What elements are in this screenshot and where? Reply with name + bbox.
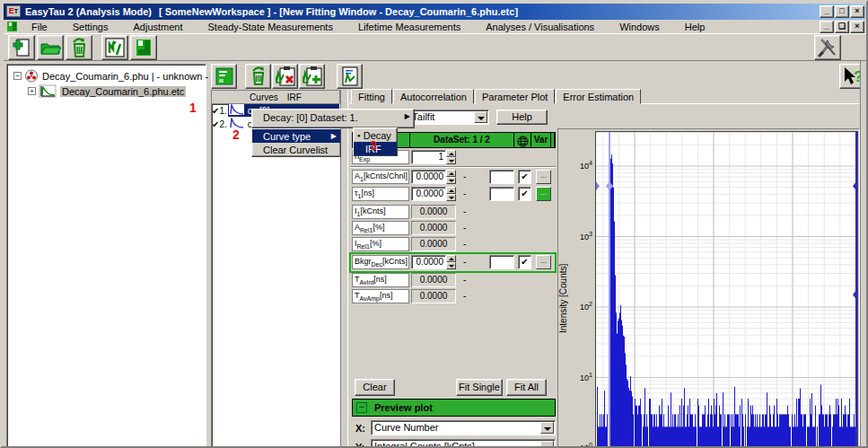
param-row-nexp-input[interactable]: 1 bbox=[411, 150, 446, 164]
tab-parameter-plot[interactable]: Parameter Plot bbox=[475, 89, 555, 104]
menu-item-settings[interactable]: Settings bbox=[66, 22, 115, 32]
clipboard-add-curve-icon bbox=[302, 66, 323, 87]
chevron-down-icon[interactable] bbox=[474, 111, 487, 123]
param-row-tavint-value: 0.0000 bbox=[411, 273, 456, 287]
menu-item-curve-type[interactable]: Curve type ▶ bbox=[252, 129, 340, 143]
param-row-bkgrdec-input[interactable]: 0.0000 bbox=[411, 255, 446, 269]
preview-x-select[interactable]: Curve Number bbox=[371, 420, 556, 435]
param-row-1-more-button[interactable]: ... bbox=[536, 187, 551, 201]
delete-curve-trash-icon bbox=[250, 66, 267, 87]
curve-checkbox[interactable]: ✔1. bbox=[212, 106, 227, 116]
delete-curve-button[interactable] bbox=[245, 64, 271, 89]
spinner-up-icon[interactable] bbox=[446, 255, 456, 262]
child-close-button[interactable]: × bbox=[850, 21, 864, 33]
menu-item-analyses-visualisations[interactable]: Analyses / Visualisations bbox=[479, 22, 601, 32]
param-row-nexp-spinner[interactable] bbox=[446, 150, 456, 164]
preview-y-select[interactable]: Integral Counts [kCnts] bbox=[371, 439, 556, 448]
menu-item-decay-dataset[interactable]: Decay: [0] Dataset: 1. ▶ bbox=[252, 110, 414, 125]
spinner-down-icon[interactable] bbox=[446, 194, 456, 201]
submenu-arrow-icon: ▶ bbox=[405, 112, 410, 120]
tab-fitting[interactable]: Fitting bbox=[351, 89, 392, 104]
analysis-chart-icon bbox=[104, 37, 126, 58]
submenu-arrow-icon: ▶ bbox=[331, 132, 337, 140]
clear-button[interactable]: Clear bbox=[355, 379, 395, 396]
preview-x-label: X: bbox=[355, 423, 365, 434]
maximize-button[interactable]: □ bbox=[835, 5, 849, 18]
param-row-bkgrdec-global-value: - bbox=[463, 257, 466, 267]
param-row-i1-global-value: - bbox=[463, 206, 466, 216]
child-minimize-button[interactable]: _ bbox=[820, 21, 834, 33]
param-row-a1-input[interactable]: 0.0000 bbox=[411, 170, 446, 184]
fit-single-button[interactable]: Fit Single bbox=[456, 379, 503, 396]
app-logo-icon: ET bbox=[6, 5, 21, 17]
close-button[interactable]: × bbox=[850, 5, 864, 18]
help-button[interactable]: Help bbox=[496, 110, 548, 125]
param-row-a1-more-button[interactable]: ... bbox=[536, 170, 551, 184]
tab-error-estimation[interactable]: Error Estimation bbox=[556, 89, 641, 104]
chevron-down-icon[interactable] bbox=[540, 422, 554, 434]
param-row-a1-link-cell[interactable] bbox=[489, 170, 514, 184]
param-row-irel1-global-value: - bbox=[463, 239, 466, 249]
param-row-a1-spinner[interactable] bbox=[446, 170, 456, 184]
param-row-1-input[interactable]: 0.0000 bbox=[411, 187, 446, 201]
spinner-down-icon[interactable] bbox=[446, 177, 456, 184]
minimize-button[interactable]: _ bbox=[820, 5, 834, 18]
param-row-1-link-cell[interactable] bbox=[489, 187, 514, 201]
menu-item-clear-curvelist[interactable]: Clear Curvelist bbox=[252, 143, 340, 157]
tab-autocorrelation[interactable]: Autocorrelation bbox=[393, 89, 474, 104]
param-header-var: Var bbox=[531, 133, 551, 147]
child-restore-button[interactable]: ❏ bbox=[835, 21, 849, 33]
menu-item-adjustment[interactable]: Adjustment bbox=[127, 22, 189, 32]
tree-root-row[interactable]: − Decay_Coumarin_6.phu | - unknown - bbox=[13, 69, 208, 83]
curve-list-button[interactable] bbox=[211, 64, 237, 89]
curve-preview-icon bbox=[229, 104, 244, 117]
param-row-bkgrdec-spinner[interactable] bbox=[446, 255, 456, 269]
report-button[interactable] bbox=[337, 64, 363, 89]
fit-all-button[interactable]: Fit All bbox=[506, 379, 547, 396]
param-row-arel1-label: ARel1[%] bbox=[352, 221, 409, 235]
new-file-button[interactable] bbox=[8, 35, 35, 60]
window-scrollbar[interactable] bbox=[860, 61, 868, 448]
spinner-up-icon[interactable] bbox=[446, 187, 456, 194]
preview-chart-plot[interactable] bbox=[595, 131, 858, 448]
param-row-1-var-checkbox[interactable]: ✔ bbox=[518, 187, 531, 201]
context-menu-header: Decay: [0] Dataset: 1. ▶ bbox=[251, 109, 415, 128]
title-bar: ET EasyTau 2 (Analysis Mode) [ SomeNewWo… bbox=[4, 4, 866, 20]
param-header-pad bbox=[551, 133, 555, 147]
spinner-up-icon[interactable] bbox=[446, 150, 456, 157]
menu-item-lifetime-measurements[interactable]: Lifetime Measurements bbox=[352, 22, 467, 32]
tree-child-row[interactable]: + Decay_Coumarin_6.phu.etc bbox=[28, 84, 186, 98]
delete-button[interactable] bbox=[66, 35, 92, 60]
collapse-section-icon[interactable]: − bbox=[356, 402, 367, 413]
spinner-down-icon[interactable] bbox=[446, 262, 456, 269]
param-row-tavamp-label: TAvAmp[ns] bbox=[352, 289, 409, 303]
add-curve-to-list-button[interactable] bbox=[299, 64, 325, 89]
curve-list-scrollbar[interactable] bbox=[340, 90, 348, 448]
param-row-bkgrdec-var-checkbox[interactable]: ✔ bbox=[518, 255, 531, 269]
tree-root-collapse-icon[interactable]: − bbox=[13, 72, 22, 80]
menu-item-windows[interactable]: Windows bbox=[613, 22, 666, 32]
tree-child-label[interactable]: Decay_Coumarin_6.phu.etc bbox=[60, 86, 186, 97]
tree-root-label[interactable]: Decay_Coumarin_6.phu | - unknown - bbox=[42, 71, 208, 82]
param-row-1-spinner[interactable] bbox=[446, 187, 456, 201]
param-row-a1-var-checkbox[interactable]: ✔ bbox=[518, 170, 531, 184]
open-button[interactable] bbox=[37, 35, 64, 60]
tab-curves[interactable]: Curves bbox=[250, 92, 278, 102]
param-row-tavint-label: TAvInt[ns] bbox=[352, 273, 409, 287]
decay-curve-chart[interactable] bbox=[596, 132, 857, 448]
menu-item-file[interactable]: File bbox=[25, 22, 54, 32]
menu-item-help[interactable]: Help bbox=[679, 22, 712, 32]
curve-checkbox[interactable]: ✔2. bbox=[212, 119, 227, 129]
menu-item-steady-state-measurements[interactable]: Steady-State Measurements bbox=[202, 22, 339, 32]
remove-curve-from-list-button[interactable] bbox=[272, 64, 298, 89]
analysis-window-button[interactable] bbox=[101, 35, 128, 60]
tools-button[interactable] bbox=[814, 35, 841, 60]
spinner-down-icon[interactable] bbox=[446, 157, 456, 164]
chevron-down-icon[interactable] bbox=[540, 441, 554, 448]
tree-child-expand-icon[interactable]: + bbox=[28, 87, 36, 95]
save-button[interactable] bbox=[130, 35, 157, 60]
spinner-up-icon[interactable] bbox=[446, 170, 456, 177]
tab-irf[interactable]: IRF bbox=[287, 92, 302, 102]
param-row-bkgrdec-more-button[interactable]: ... bbox=[536, 255, 551, 269]
param-row-bkgrdec-link-cell[interactable] bbox=[489, 255, 514, 269]
